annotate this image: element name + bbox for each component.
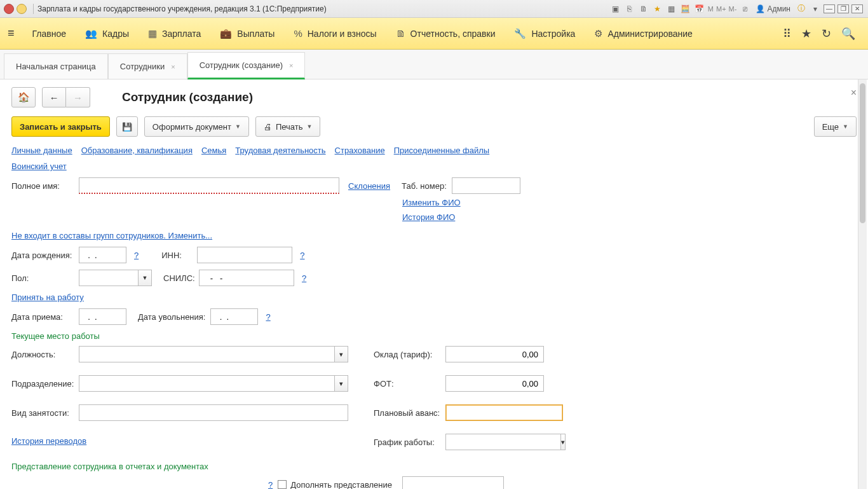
scrollbar-thumb[interactable] (860, 83, 865, 223)
dropdown-icon[interactable] (17, 4, 27, 14)
minimize-button[interactable]: — (824, 4, 835, 13)
link-change-fio[interactable]: Изменить ФИО (402, 198, 857, 207)
input-position[interactable] (79, 346, 334, 362)
lookup-icon[interactable]: ▾ (560, 434, 566, 450)
lookup-icon[interactable]: ▾ (334, 346, 348, 362)
btn-label: Записать и закрыть (20, 122, 102, 132)
save-button[interactable]: 💾 (116, 116, 138, 137)
input-advance[interactable] (445, 404, 563, 421)
input-fot[interactable] (445, 375, 544, 392)
document-menu-button[interactable]: Оформить документ▼ (144, 116, 249, 137)
menu-main[interactable]: Главное (24, 25, 76, 43)
chevron-down-icon[interactable]: ▼ (138, 270, 152, 286)
current-user[interactable]: 👤 Админ (756, 4, 790, 13)
tool-icon[interactable]: ▣ (610, 3, 621, 15)
checkbox-box[interactable] (278, 480, 287, 489)
input-tab-no[interactable] (452, 177, 520, 194)
menu-reports[interactable]: 🗎Отчетность, справки (387, 24, 505, 43)
input-birth-date[interactable] (79, 247, 126, 263)
tool-icon[interactable]: ▦ (666, 3, 677, 15)
input-fire-date[interactable] (210, 308, 258, 325)
help-snils[interactable]: ? (302, 273, 306, 283)
link-family[interactable]: Семья (201, 146, 226, 155)
link-military[interactable]: Воинский учет (11, 162, 67, 171)
close-icon[interactable]: × (171, 63, 175, 71)
write-close-button[interactable]: Записать и закрыть (11, 116, 110, 137)
label-hire-date: Дата приема: (11, 312, 74, 322)
btn-label: Оформить документ (153, 122, 231, 132)
label-advance: Плановый аванс: (374, 408, 440, 418)
star-icon[interactable]: ★ (801, 27, 811, 41)
m-minus-button[interactable]: M- (729, 5, 737, 13)
input-snils[interactable] (199, 270, 294, 286)
user-label: Админ (767, 4, 790, 13)
input-representation[interactable] (402, 476, 504, 489)
back-button[interactable]: ← (42, 87, 66, 107)
link-hire[interactable]: Принять на работу (11, 293, 84, 302)
close-button[interactable]: ✕ (851, 4, 863, 13)
info-icon[interactable]: ⓘ (796, 3, 807, 15)
menu-kadry[interactable]: 👥Кадры (76, 24, 138, 43)
scrollbar[interactable] (858, 79, 867, 489)
menu-hamburger-icon[interactable]: ≡ (8, 27, 15, 40)
input-inn[interactable] (197, 247, 292, 263)
tool-icon[interactable]: 🗎 (638, 3, 649, 15)
link-transfers[interactable]: История переводов (11, 436, 86, 446)
section-links-2: Воинский учет (11, 162, 857, 171)
tab-employee-create[interactable]: Сотрудник (создание) × (187, 52, 306, 79)
link-files[interactable]: Присоединенные файлы (394, 146, 490, 155)
dropdown-icon[interactable]: ▾ (810, 3, 821, 15)
menu-label: Отчетность, справки (410, 29, 496, 39)
nav-header: 🏠 ← → Сотрудник (создание) (11, 87, 857, 107)
search-icon[interactable]: 🔍 (841, 27, 855, 41)
more-button[interactable]: Еще▼ (814, 116, 857, 137)
help-birth[interactable]: ? (134, 251, 139, 260)
input-sex[interactable] (79, 270, 138, 286)
lookup-icon[interactable]: ▾ (334, 375, 348, 392)
input-hire-date[interactable] (79, 308, 126, 325)
link-labor[interactable]: Трудовая деятельность (235, 146, 325, 155)
label-employment: Вид занятости: (11, 408, 74, 418)
label-inn: ИНН: (161, 251, 192, 260)
label-snils: СНИЛС: (163, 273, 194, 283)
maximize-button[interactable]: ❐ (837, 4, 849, 13)
calendar-icon[interactable]: 📅 (694, 3, 705, 15)
link-personal[interactable]: Личные данные (11, 146, 72, 155)
history-icon[interactable]: ↻ (822, 27, 831, 41)
help-inn[interactable]: ? (300, 251, 304, 260)
help-repr[interactable]: ? (268, 480, 273, 490)
input-employment[interactable] (79, 404, 348, 421)
m-plus-button[interactable]: M+ (716, 5, 726, 13)
input-department[interactable] (79, 375, 334, 392)
close-page-button[interactable]: × (851, 87, 857, 99)
link-education[interactable]: Образование, квалификация (81, 146, 193, 155)
tab-employees[interactable]: Сотрудники × (108, 53, 187, 79)
home-button[interactable]: 🏠 (11, 87, 36, 107)
forward-button[interactable]: → (66, 87, 90, 107)
input-full-name[interactable] (79, 177, 339, 194)
apps-icon[interactable]: ⠿ (783, 27, 791, 41)
tool-icon[interactable]: ⎘ (624, 3, 635, 15)
input-schedule[interactable] (445, 434, 560, 450)
menu-payments[interactable]: 💼Выплаты (211, 24, 283, 43)
link-declension[interactable]: Склонения (348, 181, 390, 191)
link-insurance[interactable]: Страхование (335, 146, 385, 155)
select-sex[interactable]: ▼ (79, 270, 152, 286)
link-groups[interactable]: Не входит в составы групп сотрудников. И… (11, 231, 212, 240)
menu-taxes[interactable]: %Налоги и взносы (285, 24, 385, 43)
help-fire[interactable]: ? (266, 312, 270, 322)
label-tab-no: Таб. номер: (402, 181, 447, 191)
link-history-fio[interactable]: История ФИО (402, 212, 857, 222)
menu-salary[interactable]: ▦Зарплата (139, 24, 210, 43)
checkbox-supplement[interactable]: Дополнять представление (278, 480, 392, 490)
tab-start-page[interactable]: Начальная страница (4, 53, 108, 79)
menu-admin[interactable]: ⚙Администрирование (585, 24, 702, 43)
close-icon[interactable]: × (289, 62, 293, 69)
favorite-icon[interactable]: ★ (652, 3, 663, 15)
print-button[interactable]: 🖨Печать▼ (255, 116, 321, 137)
tool-icon[interactable]: ⎚ (739, 3, 750, 15)
calc-icon[interactable]: 🧮 (680, 3, 691, 15)
menu-settings[interactable]: 🔧Настройка (505, 24, 584, 43)
input-salary[interactable] (445, 346, 544, 362)
m-button[interactable]: M (708, 5, 714, 13)
